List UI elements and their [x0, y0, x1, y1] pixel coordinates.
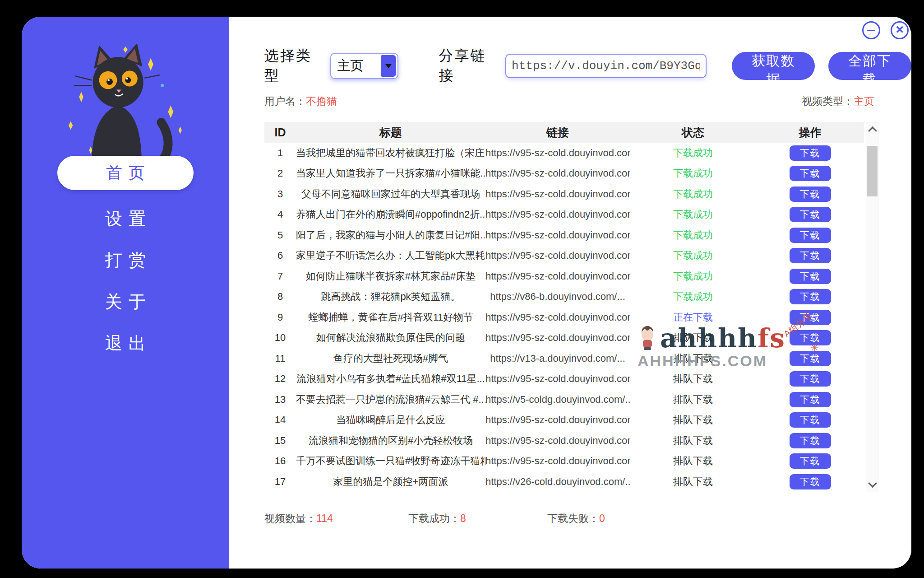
cell-link: https://v95-sz-cold.douyinvod.com/...: [485, 270, 630, 282]
cell-title: 当我把城里的猫带回农村被疯狂打脸（宋庄...: [296, 146, 485, 160]
cell-link: https://v95-sz-cold.douyinvod.com/...: [485, 229, 630, 241]
cell-status: 下载成功: [630, 146, 756, 160]
sidebar: 首页设置打赏关于退出: [22, 17, 229, 569]
download-button[interactable]: 下载: [790, 371, 831, 387]
download-all-button[interactable]: 全部下载: [828, 52, 911, 80]
scrollbar-thumb[interactable]: [867, 146, 878, 196]
cell-status: 排队下载: [630, 331, 756, 345]
cell-action: 下载: [756, 166, 864, 181]
cell-action: 下载: [756, 248, 864, 263]
app-window: 首页设置打赏关于退出 ✕ 选择类型 主页 分享链接 获取数据 全部下载 用户名：…: [22, 17, 911, 569]
cell-action: 下载: [756, 310, 864, 325]
fetch-data-button[interactable]: 获取数据: [732, 52, 815, 80]
table-body: 1 当我把城里的猫带回农村被疯狂打脸（宋庄... https://v95-sz-…: [264, 143, 864, 492]
cell-status: 排队下载: [630, 372, 756, 386]
video-count-label: 视频数量：: [264, 513, 316, 524]
chevron-down-icon: [385, 64, 392, 68]
download-button[interactable]: 下载: [790, 433, 831, 448]
sidebar-item-设置[interactable]: 设置: [57, 205, 194, 232]
cell-action: 下载: [756, 330, 864, 345]
download-button[interactable]: 下载: [790, 453, 831, 469]
close-button[interactable]: ✕: [891, 21, 909, 39]
cell-status: 正在下载: [630, 311, 756, 324]
cell-id: 3: [264, 188, 296, 200]
cell-id: 12: [264, 373, 296, 385]
sidebar-item-关于[interactable]: 关于: [57, 289, 194, 315]
cell-title: 如何解决流浪猫欺负原住民的问题: [296, 331, 485, 345]
scroll-down-icon[interactable]: [868, 479, 877, 488]
share-link-input[interactable]: [505, 54, 707, 78]
download-button[interactable]: 下载: [790, 474, 831, 489]
scroll-up-icon[interactable]: [868, 126, 877, 135]
fail-count-value: 0: [599, 513, 605, 524]
download-button[interactable]: 下载: [790, 351, 831, 366]
cell-action: 下载: [756, 371, 864, 387]
type-select-arrow-button[interactable]: [381, 55, 396, 77]
cell-title: 家里逆子不听话怎么办：人工智能pk大黑耗...: [296, 249, 485, 262]
download-button[interactable]: 下载: [790, 269, 831, 284]
cell-title: 流浪猫和宠物猫的区别#小壳轻松牧场: [296, 434, 485, 447]
download-button[interactable]: 下载: [790, 166, 831, 181]
download-button[interactable]: 下载: [790, 186, 831, 202]
cell-link: https://v95-sz-cold.douyinvod.com/...: [485, 168, 630, 179]
cell-id: 2: [264, 168, 296, 179]
table-scrollbar[interactable]: [866, 122, 878, 492]
header-id: ID: [264, 126, 296, 139]
cell-action: 下载: [756, 453, 864, 469]
table-header: ID 标题 链接 状态 操作: [264, 122, 864, 143]
cell-id: 4: [264, 209, 296, 220]
close-icon: ✕: [895, 24, 904, 35]
header-status: 状态: [630, 125, 756, 140]
table-row: 4 养猫人出门在外的崩溃瞬间#oppofindn2折... https://v9…: [264, 205, 864, 225]
cell-status: 下载成功: [630, 228, 756, 242]
table-row: 5 阳了后，我家的猫与小阳人的康复日记#阳... https://v95-sz-…: [264, 225, 864, 246]
info-row: 用户名：不撸猫 视频类型：主页: [264, 94, 874, 108]
table-row: 1 当我把城里的猫带回农村被疯狂打脸（宋庄... https://v95-sz-…: [264, 143, 864, 163]
cell-link: https://v26-cold.douyinvod.com/...: [485, 476, 630, 488]
cell-title: 阳了后，我家的猫与小阳人的康复日记#阳...: [296, 228, 485, 242]
share-link-label: 分享链接: [439, 46, 500, 86]
table-row: 6 家里逆子不听话怎么办：人工智能pk大黑耗... https://v95-sz…: [264, 246, 864, 266]
download-button[interactable]: 下载: [790, 310, 831, 325]
cell-link: https://v95-sz-cold.douyinvod.com/...: [485, 188, 630, 200]
header-title: 标题: [296, 125, 485, 140]
username-field: 用户名：不撸猫: [264, 94, 337, 108]
video-count-value: 114: [316, 513, 333, 524]
download-button[interactable]: 下载: [790, 145, 831, 161]
cell-link: https://v13-a.douyinvod.com/...: [485, 353, 630, 364]
minimize-button[interactable]: [862, 21, 880, 39]
cell-link: https://v95-sz-cold.douyinvod.com/...: [485, 312, 630, 323]
cell-action: 下载: [756, 351, 864, 366]
cell-title: 跳高挑战：狸花猫pk英短蓝猫。: [296, 290, 485, 303]
stats-footer: 视频数量：114 下载成功：8 下载失败：0: [264, 512, 864, 525]
sidebar-item-打赏[interactable]: 打赏: [57, 247, 194, 273]
toolbar: 选择类型 主页 分享链接 获取数据 全部下载: [264, 52, 911, 80]
cell-title: 鱼疗的大型社死现场#脚气: [296, 352, 485, 365]
sidebar-item-退出[interactable]: 退出: [57, 330, 194, 356]
cell-action: 下载: [756, 412, 864, 428]
table-row: 15 流浪猫和宠物猫的区别#小壳轻松牧场 https://v95-sz-cold…: [264, 430, 864, 451]
cell-title: 当猫咪喝醉后是什么反应: [296, 413, 485, 427]
minimize-icon: [867, 30, 875, 31]
download-button[interactable]: 下载: [790, 248, 831, 263]
cell-action: 下载: [756, 228, 864, 243]
cell-status: 下载成功: [630, 290, 756, 303]
download-button[interactable]: 下载: [790, 207, 831, 222]
cell-id: 10: [264, 332, 296, 344]
type-select[interactable]: 主页: [330, 53, 398, 79]
cell-title: 家里的猫是个颜控+两面派: [296, 475, 485, 489]
table-row: 14 当猫咪喝醉后是什么反应 https://v95-sz-cold.douyi…: [264, 410, 864, 431]
cell-status: 下载成功: [630, 249, 756, 262]
download-button[interactable]: 下载: [790, 392, 831, 407]
sidebar-item-首页[interactable]: 首页: [57, 156, 194, 190]
download-button[interactable]: 下载: [790, 412, 831, 428]
download-button[interactable]: 下载: [790, 330, 831, 345]
cell-link: https://v95-sz-cold.douyinvod.com/...: [485, 455, 630, 467]
cell-title: 父母不同意猫咪回家过年的大型真香现场: [296, 187, 485, 201]
cell-link: https://v95-sz-cold.douyinvod.com/...: [485, 250, 630, 261]
download-button[interactable]: 下载: [790, 228, 831, 243]
download-button[interactable]: 下载: [790, 289, 831, 304]
cell-action: 下载: [756, 186, 864, 202]
type-select-value: 主页: [331, 57, 364, 75]
header-link: 链接: [485, 125, 630, 140]
